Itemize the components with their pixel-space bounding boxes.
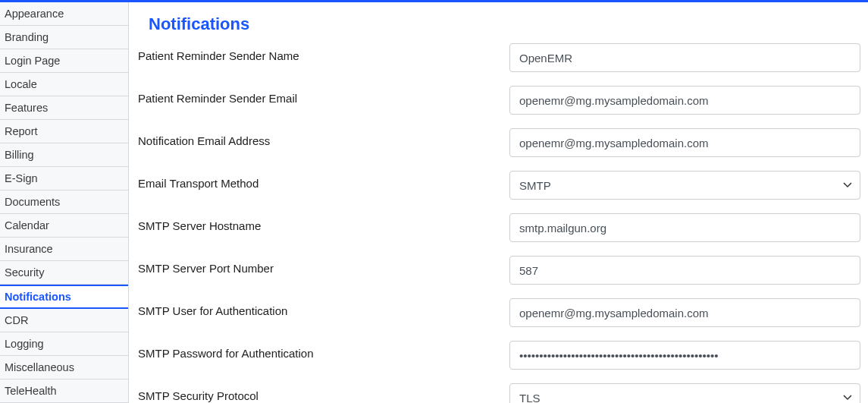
sidebar-item-e-sign[interactable]: E-Sign xyxy=(0,167,128,190)
select-smtp-security[interactable]: TLS xyxy=(509,383,860,403)
sidebar-item-label: Login Page xyxy=(5,55,60,67)
row-sender-name: Patient Reminder Sender Name xyxy=(138,43,860,72)
sidebar-item-appearance[interactable]: Appearance xyxy=(0,2,128,26)
sidebar-item-logging[interactable]: Logging xyxy=(0,332,128,356)
page-title: Notifications xyxy=(138,10,860,43)
row-smtp-port: SMTP Server Port Number xyxy=(138,256,860,285)
sidebar-item-branding[interactable]: Branding xyxy=(0,26,128,49)
sidebar-item-label: Calendar xyxy=(5,219,49,231)
input-smtp-port[interactable] xyxy=(509,256,860,285)
input-smtp-password[interactable] xyxy=(509,341,860,370)
row-transport-method: Email Transport Method SMTP xyxy=(138,171,860,200)
label-smtp-port: SMTP Server Port Number xyxy=(138,256,509,275)
sidebar-item-report[interactable]: Report xyxy=(0,120,128,143)
sidebar-item-label: Billing xyxy=(5,149,34,161)
input-sender-email[interactable] xyxy=(509,86,860,115)
sidebar-item-insurance[interactable]: Insurance xyxy=(0,238,128,261)
label-sender-name: Patient Reminder Sender Name xyxy=(138,43,509,62)
sidebar-item-locale[interactable]: Locale xyxy=(0,73,128,96)
sidebar-item-label: Appearance xyxy=(5,8,64,20)
row-smtp-password: SMTP Password for Authentication xyxy=(138,341,860,370)
sidebar-item-label: Miscellaneous xyxy=(5,361,74,373)
row-smtp-host: SMTP Server Hostname xyxy=(138,213,860,242)
label-smtp-user: SMTP User for Authentication xyxy=(138,298,509,317)
sidebar-item-label: Documents xyxy=(5,196,60,208)
sidebar-item-documents[interactable]: Documents xyxy=(0,190,128,214)
sidebar-item-label: Locale xyxy=(5,78,37,90)
sidebar-item-label: Branding xyxy=(5,31,49,43)
input-smtp-user[interactable] xyxy=(509,298,860,327)
label-smtp-host: SMTP Server Hostname xyxy=(138,213,509,232)
label-smtp-password: SMTP Password for Authentication xyxy=(138,341,509,360)
sidebar-item-label: Report xyxy=(5,125,38,137)
sidebar-item-label: TeleHealth xyxy=(5,385,57,397)
sidebar-item-miscellaneous[interactable]: Miscellaneous xyxy=(0,356,128,379)
input-notification-email[interactable] xyxy=(509,128,860,157)
settings-main: Notifications Patient Reminder Sender Na… xyxy=(129,2,868,403)
row-smtp-security: SMTP Security Protocol TLS xyxy=(138,383,860,403)
label-smtp-security: SMTP Security Protocol xyxy=(138,383,509,402)
sidebar-item-billing[interactable]: Billing xyxy=(0,143,128,167)
sidebar-item-label: Insurance xyxy=(5,243,53,255)
sidebar-item-login-page[interactable]: Login Page xyxy=(0,49,128,73)
sidebar-item-label: Security xyxy=(5,266,44,279)
sidebar-item-telehealth[interactable]: TeleHealth xyxy=(0,379,128,403)
label-notification-email: Notification Email Address xyxy=(138,128,509,147)
input-smtp-host[interactable] xyxy=(509,213,860,242)
sidebar-item-calendar[interactable]: Calendar xyxy=(0,214,128,238)
row-notification-email: Notification Email Address xyxy=(138,128,860,157)
sidebar-item-notifications[interactable]: Notifications xyxy=(0,285,128,309)
settings-sidebar: Appearance Branding Login Page Locale Fe… xyxy=(0,2,129,403)
sidebar-item-label: Features xyxy=(5,102,48,114)
label-sender-email: Patient Reminder Sender Email xyxy=(138,86,509,105)
input-sender-name[interactable] xyxy=(509,43,860,72)
label-transport-method: Email Transport Method xyxy=(138,171,509,190)
sidebar-item-label: Notifications xyxy=(5,291,71,303)
row-sender-email: Patient Reminder Sender Email xyxy=(138,86,860,115)
sidebar-item-features[interactable]: Features xyxy=(0,96,128,120)
sidebar-item-label: E-Sign xyxy=(5,172,38,184)
sidebar-item-label: CDR xyxy=(5,314,28,326)
select-transport-method[interactable]: SMTP xyxy=(509,171,860,200)
row-smtp-user: SMTP User for Authentication xyxy=(138,298,860,327)
sidebar-item-label: Logging xyxy=(5,338,44,350)
sidebar-item-cdr[interactable]: CDR xyxy=(0,309,128,332)
sidebar-item-security[interactable]: Security xyxy=(0,261,128,285)
